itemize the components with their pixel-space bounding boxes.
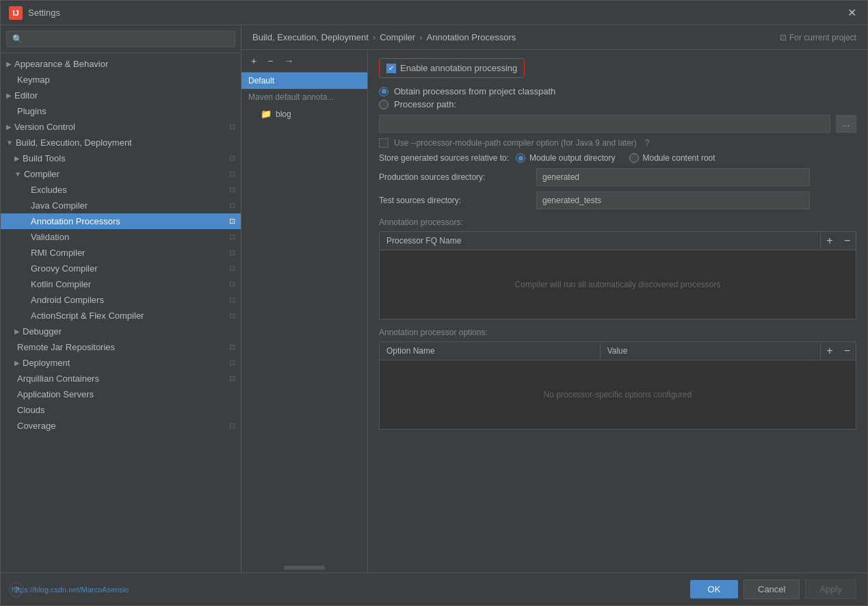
add-processor-button[interactable]: +	[247, 54, 261, 68]
production-sources-label: Production sources directory:	[379, 172, 529, 182]
test-sources-input[interactable]	[536, 192, 810, 209]
remove-processor-button[interactable]: −	[263, 54, 277, 68]
production-sources-row: Production sources directory:	[379, 168, 856, 186]
search-box	[1, 25, 241, 53]
settings-window: IJ Settings ✕ ▶ Appearance & Behavior Ke…	[0, 0, 868, 606]
processor-fq-name-header: Processor FQ Name	[380, 233, 821, 249]
arrow-icon: ▶	[14, 359, 20, 367]
annotation-processors-section: Annotation processors: Processor FQ Name…	[379, 218, 856, 319]
test-sources-row: Test sources directory:	[379, 192, 856, 209]
sidebar-item-editor[interactable]: ▶ Editor	[1, 88, 241, 103]
close-button[interactable]: ✕	[845, 3, 859, 22]
processor-item-maven[interactable]: Maven default annota...	[241, 89, 367, 105]
titlebar: IJ Settings ✕	[1, 1, 867, 25]
sidebar-item-excludes[interactable]: Excludes ⊡	[1, 182, 241, 198]
annotation-processors-title: Annotation processors:	[379, 218, 856, 227]
cancel-button[interactable]: Cancel	[744, 579, 800, 599]
ok-button[interactable]: OK	[690, 580, 738, 598]
arrow-icon: ▶	[6, 60, 12, 68]
sidebar-item-compiler[interactable]: ▼ Compiler ⊡	[1, 166, 241, 182]
processor-path-input[interactable]	[379, 115, 830, 133]
breadcrumb-part-3: Annotation Processors	[427, 32, 516, 42]
remove-processor-fq-button[interactable]: −	[839, 232, 856, 250]
radio-processor-path[interactable]	[379, 100, 389, 109]
annotation-processors-table: Processor FQ Name + − Compiler will run …	[379, 231, 856, 319]
sidebar-item-plugins[interactable]: Plugins	[1, 103, 241, 119]
sidebar: ▶ Appearance & Behavior Keymap ▶ Editor	[1, 25, 241, 572]
project-icon: ⊡	[780, 33, 787, 42]
copy-icon: ⊡	[229, 264, 235, 273]
radio-row-classpath: Obtain processors from project classpath	[379, 86, 856, 96]
radio-row-processor-path: Processor path:	[379, 99, 856, 109]
value-header: Value	[601, 343, 821, 359]
store-sources-row: Store generated sources relative to: Mod…	[379, 153, 856, 163]
settings-area: Enable annotation processing Obtain proc…	[368, 50, 867, 572]
store-generated-label: Store generated sources relative to:	[379, 153, 509, 163]
module-path-option-row: Use --processor-module-path compiler opt…	[379, 138, 856, 148]
enable-processing-checkbox[interactable]	[386, 64, 396, 73]
options-table-actions: + −	[821, 342, 856, 360]
arrow-icon: ▶	[6, 92, 12, 99]
processor-item-default[interactable]: Default	[241, 73, 367, 89]
apply-button[interactable]: Apply	[805, 579, 856, 599]
remove-option-button[interactable]: −	[839, 342, 856, 360]
search-input[interactable]	[6, 31, 235, 47]
copy-icon: ⊡	[229, 170, 235, 179]
sidebar-item-validation[interactable]: Validation ⊡	[1, 229, 241, 245]
processor-options-empty: No processor-specific options configured	[380, 360, 856, 429]
sidebar-item-java-compiler[interactable]: Java Compiler ⊡	[1, 198, 241, 213]
sidebar-item-actionscript[interactable]: ActionScript & Flex Compiler ⊡	[1, 308, 241, 324]
sidebar-item-rmi-compiler[interactable]: RMI Compiler ⊡	[1, 245, 241, 261]
bottom-bar: ? https://blog.csdn.net/MarcoAsensio OK …	[1, 572, 867, 605]
module-path-checkbox[interactable]	[379, 138, 389, 148]
breadcrumb-sep-2: ›	[419, 32, 422, 42]
arrow-icon: ▶	[14, 328, 20, 335]
sidebar-item-keymap[interactable]: Keymap	[1, 72, 241, 88]
arrow-icon: ▶	[14, 155, 20, 162]
arrow-icon: ▼	[14, 170, 21, 178]
sidebar-item-debugger[interactable]: ▶ Debugger	[1, 324, 241, 339]
copy-icon: ⊡	[229, 122, 235, 131]
table-actions: + −	[821, 232, 856, 250]
sidebar-tree: ▶ Appearance & Behavior Keymap ▶ Editor	[1, 53, 241, 572]
radio-module-output[interactable]	[516, 153, 525, 163]
browse-button[interactable]: …	[836, 115, 856, 133]
test-sources-label: Test sources directory:	[379, 196, 529, 205]
sidebar-item-deployment[interactable]: ▶ Deployment ⊡	[1, 355, 241, 371]
forward-button[interactable]: →	[280, 54, 298, 68]
processor-item-blog[interactable]: 📁 blog	[241, 105, 367, 122]
radio-module-content[interactable]	[629, 153, 639, 163]
sidebar-item-version-control[interactable]: ▶ Version Control ⊡	[1, 119, 241, 135]
sidebar-item-app-servers[interactable]: Application Servers	[1, 386, 241, 402]
processor-options-title: Annotation processor options:	[379, 328, 856, 337]
help-button[interactable]: ?	[9, 582, 24, 597]
window-title: Settings	[28, 8, 845, 18]
sidebar-item-kotlin-compiler[interactable]: Kotlin Compiler ⊡	[1, 276, 241, 292]
sidebar-item-remote-jar[interactable]: Remote Jar Repositories ⊡	[1, 339, 241, 355]
copy-icon: ⊡	[229, 343, 235, 352]
production-sources-input[interactable]	[536, 168, 810, 186]
sidebar-item-annotation-processors[interactable]: Annotation Processors ⊡	[1, 213, 241, 229]
sidebar-item-coverage[interactable]: Coverage ⊡	[1, 418, 241, 434]
add-option-button[interactable]: +	[821, 342, 838, 360]
enable-processing-label[interactable]: Enable annotation processing	[386, 63, 517, 73]
radio-row-module-output: Module output directory	[516, 153, 615, 163]
sidebar-item-clouds[interactable]: Clouds	[1, 402, 241, 418]
sidebar-item-build-tools[interactable]: ▶ Build Tools ⊡	[1, 150, 241, 166]
radio-classpath[interactable]	[379, 87, 389, 96]
add-processor-fq-button[interactable]: +	[821, 232, 838, 250]
enable-processing-row: Enable annotation processing	[379, 58, 525, 78]
copy-icon: ⊡	[229, 154, 235, 163]
sidebar-item-appearance[interactable]: ▶ Appearance & Behavior	[1, 56, 241, 72]
radio-row-module-content: Module content root	[629, 153, 715, 163]
sidebar-item-arquillian[interactable]: Arquillian Containers ⊡	[1, 371, 241, 386]
annotation-processors-header: Processor FQ Name + −	[380, 232, 856, 250]
folder-icon: 📁	[261, 109, 272, 119]
sidebar-item-groovy-compiler[interactable]: Groovy Compiler ⊡	[1, 261, 241, 276]
copy-icon: ⊡	[229, 280, 235, 289]
processor-list-panel: + − → Default Maven default annota... 📁	[241, 50, 368, 572]
sidebar-item-build-exec[interactable]: ▼ Build, Execution, Deployment	[1, 135, 241, 150]
processor-toolbar: + − →	[241, 50, 367, 73]
sidebar-item-android-compilers[interactable]: Android Compilers ⊡	[1, 292, 241, 308]
copy-icon: ⊡	[229, 374, 235, 383]
